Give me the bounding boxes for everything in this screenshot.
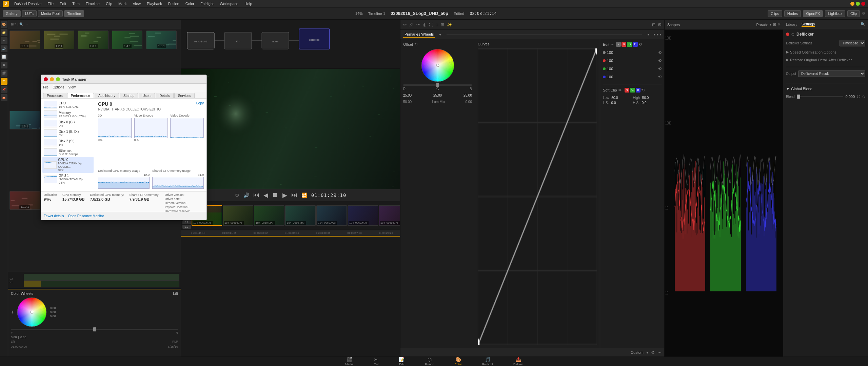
panel-search-icon[interactable]: 🔍 — [861, 22, 865, 26]
offset-slider[interactable] — [403, 84, 472, 86]
menu-color[interactable]: Color — [183, 1, 197, 6]
tm-details-tab[interactable]: Details — [156, 93, 174, 98]
step-back-icon[interactable]: ◀ — [263, 191, 268, 199]
media-clip-6[interactable]: 1.6.1 — [9, 111, 40, 129]
skip-back-icon[interactable]: ⏮ — [253, 191, 259, 199]
menu-clip[interactable]: Clip — [103, 1, 115, 6]
custom-dropdown-icon[interactable]: ▾ — [646, 350, 648, 355]
scopes-expand-icon[interactable]: ⊞ — [773, 22, 776, 27]
sidebar-icon-4[interactable]: 🔊 — [1, 45, 7, 52]
media-pool-button[interactable]: Media Pool — [38, 10, 63, 17]
tm-performance-tab[interactable]: Performance — [67, 93, 94, 98]
library-tab[interactable]: Library — [786, 22, 797, 26]
blue-reset-icon[interactable]: ⟲ — [658, 75, 662, 79]
deflicker-settings-dropdown[interactable]: Timelapse — [840, 40, 865, 46]
curves-canvas[interactable] — [478, 48, 597, 345]
nav-fusion[interactable]: ⬡ Fusion — [425, 357, 434, 366]
magic-icon[interactable]: ✨ — [447, 22, 452, 27]
tm-open-resource-monitor[interactable]: Open Resource Monitor — [68, 214, 104, 218]
close-button[interactable] — [861, 2, 865, 6]
tm-menu-file[interactable]: File — [43, 85, 48, 89]
soft-clip-g-btn[interactable]: G — [630, 88, 635, 93]
strip-clip-3[interactable]: 184_0069.MXF — [254, 205, 284, 226]
media-clip-3[interactable]: 1.3.1 — [78, 30, 108, 49]
clips-tab[interactable]: Clips — [768, 10, 782, 17]
reset-channels-icon[interactable]: ⟲ — [638, 42, 642, 47]
media-clip-4[interactable]: 1.4.1 — [112, 30, 142, 49]
menu-edit[interactable]: Edit — [57, 1, 69, 6]
menu-playback[interactable]: Playback — [144, 1, 165, 6]
media-clip-5[interactable]: 1.5.1 — [146, 30, 177, 49]
menu-file[interactable]: File — [45, 1, 57, 6]
soft-clip-reset-icon[interactable]: ⟲ — [641, 88, 645, 93]
sidebar-icon-2[interactable]: 📁 — [1, 29, 7, 36]
r-channel-btn[interactable]: R — [622, 42, 627, 47]
offset-reset-icon[interactable]: ⟲ — [414, 42, 417, 46]
edit-pen-icon[interactable]: ✏ — [611, 43, 613, 46]
media-clip-1[interactable]: 1.1.1 — [9, 30, 40, 49]
tm-max-btn[interactable] — [56, 77, 60, 81]
custom-more-icon[interactable]: ⋯ — [657, 350, 662, 355]
color-tools-icon[interactable]: ✏ — [403, 22, 407, 27]
strip-clip-4[interactable]: 184_0069.MXF — [285, 205, 316, 226]
menu-timeline[interactable]: Timeline — [83, 1, 102, 6]
speed-opt-toggle[interactable]: ▶ Speed Optimization Options — [786, 50, 865, 54]
nav-cut[interactable]: ✂ Cut — [374, 357, 378, 366]
offset-wheel[interactable] — [421, 48, 455, 82]
minimize-button[interactable] — [850, 2, 854, 6]
sidebar-icon-1[interactable]: 🎨 — [1, 21, 7, 28]
menu-fairlight[interactable]: Fairlight — [198, 1, 216, 6]
strip-clip-6[interactable]: 184_0069.MXF — [348, 205, 378, 226]
primaries-dropdown-icon[interactable]: ▾ — [439, 32, 441, 37]
sidebar-icon-8[interactable]: C — [1, 78, 7, 85]
menu-help[interactable]: Help — [242, 1, 255, 6]
strip-clip-7[interactable]: 184_0069.MXF — [379, 205, 400, 226]
nav-fairlight[interactable]: 🎵 Fairlight — [482, 357, 493, 366]
media-clip-11[interactable]: 1.10.1 — [9, 191, 40, 210]
b-channel-btn[interactable]: B — [633, 42, 638, 47]
timeline-button[interactable]: Timeline — [64, 10, 84, 17]
g-channel-btn[interactable]: G — [627, 42, 632, 47]
nav-deliver[interactable]: 📤 Deliver — [513, 357, 523, 366]
blend-keyframe-icon[interactable]: ◇ — [862, 94, 865, 99]
tm-apphistory-tab[interactable]: App history — [95, 93, 119, 98]
add-wheel-button[interactable]: + — [11, 309, 14, 315]
histogram-icon[interactable]: ◎ — [423, 22, 426, 27]
y-channel-btn[interactable]: Y — [616, 42, 621, 47]
scopes-dropdown-icon[interactable]: ▾ — [770, 22, 772, 27]
sidebar-icon-5[interactable]: 📊 — [1, 54, 7, 60]
tm-gpu0-item[interactable]: GPU 0 NVIDIA TITAN Xp COLLE... 94% — [42, 157, 94, 173]
custom-settings-icon[interactable]: ⚙ — [651, 350, 655, 355]
clip-dropdown[interactable]: Clip — [847, 10, 860, 17]
strip-clip-5[interactable]: 184_0069.MXF — [316, 205, 347, 226]
tm-disk0-item[interactable]: Disk 0 (C:) 0% — [42, 119, 94, 128]
lightbox-tab[interactable]: Lightbox — [825, 10, 845, 17]
blend-reset-icon[interactable]: ⬡ — [857, 94, 860, 99]
soft-clip-r-btn[interactable]: R — [625, 88, 630, 93]
menu-mark[interactable]: Mark — [116, 1, 129, 6]
audio-icon[interactable]: 🔊 — [243, 192, 249, 198]
fullscreen-icon[interactable]: ⊠ — [658, 22, 662, 27]
tm-disk2-item[interactable]: Disk 2 (S:) 1% — [42, 138, 94, 147]
soft-clip-b-btn[interactable]: B — [636, 88, 640, 93]
sidebar-icon-10[interactable]: 🎪 — [1, 94, 7, 101]
waveform-icon[interactable]: 〜 — [416, 22, 420, 27]
tm-processes-tab[interactable]: Processes — [43, 93, 66, 98]
strip-clip-2[interactable]: 184_0069.MXF — [223, 205, 253, 226]
sidebar-icon-9[interactable]: 📌 — [1, 86, 7, 93]
play-icon[interactable]: ▶ — [282, 191, 287, 199]
nav-edit[interactable]: 📝 Edit — [399, 357, 405, 366]
green-reset-icon[interactable]: ⟲ — [658, 66, 662, 71]
red-reset-icon[interactable]: ⟲ — [658, 58, 662, 63]
tm-fewer-details[interactable]: Fewer details — [44, 214, 64, 218]
nodes-tab[interactable]: Nodes — [784, 10, 801, 17]
output-dropdown[interactable]: Deflickered Result — [798, 70, 865, 77]
nav-color[interactable]: 🎨 Color — [455, 357, 462, 366]
shapes-icon[interactable]: □ — [436, 22, 438, 27]
tm-copy-button[interactable]: Copy — [196, 101, 204, 105]
maximize-button[interactable] — [856, 2, 860, 6]
media-clip-2[interactable]: 1.2.1 — [44, 30, 74, 49]
luts-button[interactable]: LUTs — [22, 10, 37, 17]
tm-menu-view[interactable]: View — [68, 85, 76, 89]
tm-cpu-item[interactable]: CPU 15% 3.36 GHz — [42, 100, 94, 109]
